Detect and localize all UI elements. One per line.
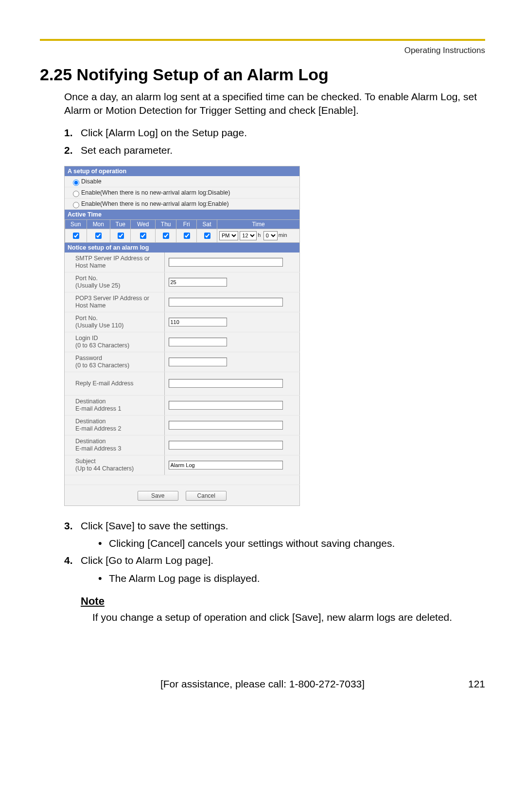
step-2-text: Set each parameter. bbox=[81, 144, 173, 156]
notice-setup-header: Notice setup of an alarm log bbox=[65, 243, 300, 253]
day-header-sat: Sat bbox=[197, 219, 217, 229]
footer-pagenum: 121 bbox=[468, 678, 485, 690]
time-cell: PM 12h 0min bbox=[217, 229, 300, 242]
step-1-num: 1. bbox=[64, 126, 73, 140]
active-time-header: Active Time bbox=[65, 210, 300, 219]
subject-label: Subject(Up to 44 Characters) bbox=[65, 455, 164, 475]
option-enable-disable-label: Enable(When there is no new-arrival alar… bbox=[81, 189, 230, 196]
dest2-input[interactable] bbox=[169, 421, 283, 430]
section-title: 2.25 Notifying Setup of an Alarm Log bbox=[40, 65, 485, 84]
option-enable-enable-row[interactable]: Enable(When there is no new-arrival alar… bbox=[65, 198, 300, 210]
day-header-tue: Tue bbox=[110, 219, 131, 229]
reply-label: Reply E-mail Address bbox=[65, 372, 164, 395]
option-enable-enable-label: Enable(When there is no new-arrival alar… bbox=[81, 200, 229, 207]
smtp-label: SMTP Server IP Address or Host Name bbox=[65, 253, 164, 272]
step-4-bullet: The Alarm Log page is displayed. bbox=[98, 571, 485, 585]
hour-label: h bbox=[258, 232, 261, 238]
dest1-label: DestinationE-mail Address 1 bbox=[65, 395, 164, 415]
page-divider bbox=[40, 39, 485, 41]
step-2: 2. Set each parameter. bbox=[64, 143, 485, 158]
pop3-label: POP3 Server IP Address or Host Name bbox=[65, 292, 164, 312]
step-1-text: Click [Alarm Log] on the Setup page. bbox=[81, 127, 247, 138]
page-footer: [For assistance, please call: 1-800-272-… bbox=[40, 678, 485, 690]
step-4-num: 4. bbox=[64, 553, 73, 568]
step-1: 1. Click [Alarm Log] on the Setup page. bbox=[64, 126, 485, 140]
option-disable-row[interactable]: Disable bbox=[65, 176, 300, 187]
day-header-thu: Thu bbox=[156, 219, 176, 229]
login-label: Login ID(0 to 63 Characters) bbox=[65, 332, 164, 352]
option-enable-disable-row[interactable]: Enable(When there is no new-arrival alar… bbox=[65, 187, 300, 198]
checkbox-fri[interactable] bbox=[184, 233, 190, 239]
pop3-input[interactable] bbox=[169, 298, 283, 307]
button-row: Save Cancel bbox=[65, 485, 300, 506]
running-header: Operating Instructions bbox=[40, 46, 485, 55]
reply-input[interactable] bbox=[169, 379, 283, 388]
radio-disable[interactable] bbox=[73, 180, 79, 186]
day-header-sun: Sun bbox=[65, 219, 87, 229]
smtp-port-input[interactable] bbox=[169, 278, 227, 287]
step-3-text: Click [Save] to save the settings. bbox=[81, 520, 228, 531]
active-time-table: Sun Mon Tue Wed Thu Fri Sat Time PM 12 bbox=[65, 219, 300, 243]
day-header-time: Time bbox=[217, 219, 300, 229]
footer-assist: [For assistance, please call: 1-800-272-… bbox=[160, 678, 365, 690]
checkbox-wed[interactable] bbox=[140, 233, 146, 239]
password-label: Password(0 to 63 Characters) bbox=[65, 352, 164, 372]
radio-enable-disable[interactable] bbox=[73, 191, 79, 197]
save-button[interactable]: Save bbox=[138, 491, 178, 501]
day-header-wed: Wed bbox=[131, 219, 156, 229]
dest1-input[interactable] bbox=[169, 401, 283, 410]
checkbox-mon[interactable] bbox=[95, 233, 102, 239]
dest3-label: DestinationE-mail Address 3 bbox=[65, 435, 164, 455]
note-heading: Note bbox=[81, 595, 485, 608]
dest3-input[interactable] bbox=[169, 441, 283, 450]
settings-panel: A setup of operation Disable Enable(When… bbox=[64, 166, 300, 506]
radio-enable-enable[interactable] bbox=[73, 202, 79, 208]
day-header-mon: Mon bbox=[87, 219, 110, 229]
option-disable-label: Disable bbox=[81, 178, 102, 185]
login-input[interactable] bbox=[169, 338, 227, 346]
note-body: If you change a setup of operation and c… bbox=[92, 611, 485, 624]
checkbox-thu[interactable] bbox=[163, 233, 169, 239]
step-4-text: Click [Go to Alarm Log page]. bbox=[81, 555, 213, 566]
step-3-num: 3. bbox=[64, 519, 73, 533]
notice-form: SMTP Server IP Address or Host Name Port… bbox=[65, 253, 300, 485]
password-input[interactable] bbox=[169, 358, 227, 366]
checkbox-sat[interactable] bbox=[204, 233, 210, 239]
checkbox-sun[interactable] bbox=[73, 233, 79, 239]
select-ampm[interactable]: PM bbox=[219, 231, 238, 240]
subject-input[interactable] bbox=[169, 461, 283, 469]
pop3-port-input[interactable] bbox=[169, 318, 227, 326]
pop3-port-label: Port No.(Usually Use 110) bbox=[65, 312, 164, 332]
intro-paragraph: Once a day, an alarm log sent at a speci… bbox=[40, 90, 485, 118]
day-header-fri: Fri bbox=[176, 219, 197, 229]
setup-operation-header: A setup of operation bbox=[65, 166, 300, 176]
step-3: 3. Click [Save] to save the settings. Cl… bbox=[64, 519, 485, 551]
smtp-port-label: Port No.(Usually Use 25) bbox=[65, 272, 164, 292]
checkbox-tue[interactable] bbox=[118, 233, 124, 239]
step-4: 4. Click [Go to Alarm Log page]. The Ala… bbox=[64, 553, 485, 585]
select-hour[interactable]: 12 bbox=[240, 231, 257, 240]
min-label: min bbox=[279, 232, 287, 238]
cancel-button[interactable]: Cancel bbox=[186, 491, 227, 501]
select-min[interactable]: 0 bbox=[263, 231, 278, 240]
step-3-bullet: Clicking [Cancel] cancels your settings … bbox=[98, 536, 485, 550]
step-2-num: 2. bbox=[64, 143, 73, 158]
dest2-label: DestinationE-mail Address 2 bbox=[65, 415, 164, 435]
smtp-input[interactable] bbox=[169, 258, 283, 267]
